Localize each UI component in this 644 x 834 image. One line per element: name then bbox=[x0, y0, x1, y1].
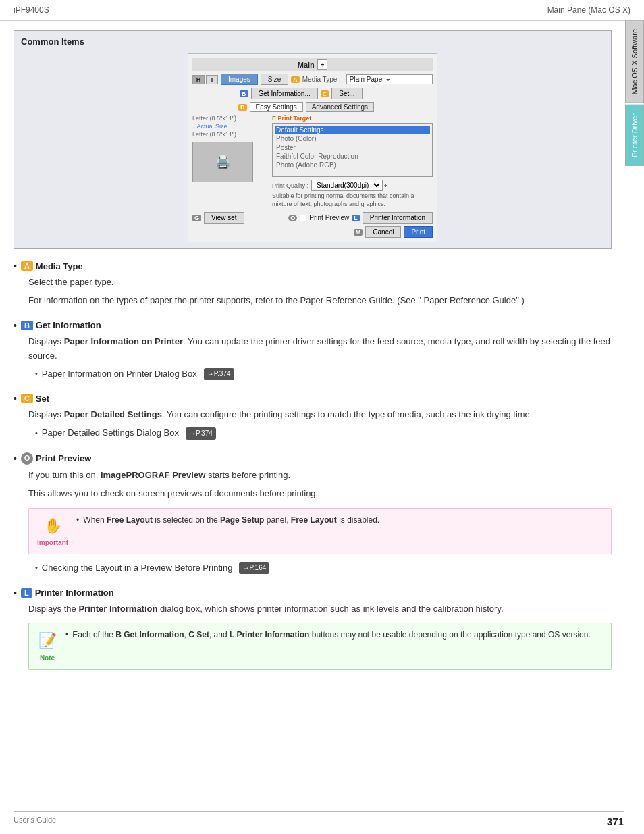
note-content: • Each of the B Get Information, C Set, … bbox=[65, 629, 591, 641]
easy-settings-tab[interactable]: Easy Settings bbox=[250, 102, 303, 112]
section-o-body: If you turn this on, imagePROGRAF Previe… bbox=[14, 469, 612, 575]
page-footer: User's Guide 371 bbox=[14, 811, 624, 827]
section-l-heading: • L Printer Information bbox=[14, 588, 612, 598]
dialog-body: Letter (8.5"x11") ↓ Actual Size Letter (… bbox=[192, 115, 433, 208]
media-type-label-small: Media Type : bbox=[302, 76, 341, 83]
printer-info-btn-small[interactable]: Printer Information bbox=[363, 212, 433, 224]
dialog-footer-left: G View set bbox=[192, 212, 244, 224]
dialog-bottom-buttons: M Cancel Print bbox=[192, 226, 433, 238]
sub-link-b1[interactable]: →P.374 bbox=[204, 368, 234, 380]
dialog-left-panel: Letter (8.5"x11") ↓ Actual Size Letter (… bbox=[192, 115, 267, 208]
important-item1: • When Free Layout is selected on the Pa… bbox=[76, 514, 379, 526]
note-bullet: • bbox=[65, 629, 68, 641]
print-quality-row: Print Quality : Standard(300dpi) ÷ bbox=[272, 180, 433, 191]
badge-o-small: O bbox=[288, 215, 297, 221]
section-a-para1: Select the paper type. bbox=[28, 276, 612, 290]
header-left: iPF9400S bbox=[14, 5, 49, 15]
print-target-adobe-rgb[interactable]: Photo (Adobe RGB) bbox=[275, 161, 430, 170]
print-target-faithful[interactable]: Faithful Color Reproduction bbox=[275, 152, 430, 161]
sidebar-tab-printer-driver[interactable]: Printer Driver bbox=[625, 105, 644, 166]
print-target-photo-color[interactable]: Photo (Color) bbox=[275, 134, 430, 143]
section-c-title: Set bbox=[36, 394, 49, 404]
sub-text-b1: Paper Information on Printer Dialog Box bbox=[42, 367, 197, 382]
print-preview-checkbox[interactable] bbox=[300, 215, 306, 221]
important-note-icon-area: ✋ Important bbox=[37, 514, 68, 548]
section-media-type: • A Media Type Select the paper type. Fo… bbox=[14, 261, 612, 308]
section-b-sub1: • Paper Information on Printer Dialog Bo… bbox=[35, 367, 612, 382]
footer-left: User's Guide bbox=[14, 816, 56, 827]
badge-d-small: D bbox=[238, 104, 247, 111]
print-quality-select[interactable]: Standard(300dpi) bbox=[311, 180, 383, 191]
sub-text-o1: Checking the Layout in a Preview Before … bbox=[42, 561, 233, 575]
badge-l: L bbox=[21, 588, 32, 598]
section-b-title: Get Information bbox=[36, 320, 101, 330]
section-a-title: Media Type bbox=[36, 261, 83, 271]
media-type-select[interactable]: Plain Paper ÷ bbox=[346, 74, 433, 84]
header-right: Main Pane (Mac OS X) bbox=[547, 5, 630, 15]
sub-bullet-c1: • bbox=[35, 427, 38, 440]
print-preview-label-small: Print Preview bbox=[309, 214, 349, 221]
print-target-poster[interactable]: Poster bbox=[275, 143, 430, 152]
badge-b-small: B bbox=[240, 90, 248, 97]
section-o-sub1: • Checking the Layout in a Preview Befor… bbox=[35, 561, 612, 575]
size-tab[interactable]: Size bbox=[261, 74, 288, 85]
section-c-para1: Displays Paper Detailed Settings. You ca… bbox=[28, 408, 612, 422]
note-item1: • Each of the B Get Information, C Set, … bbox=[65, 629, 591, 641]
section-print-preview: • O Print Preview If you turn this on, i… bbox=[14, 452, 612, 575]
h-btn-h[interactable]: H bbox=[192, 75, 205, 84]
settings-tabs-row: D Easy Settings Advanced Settings bbox=[238, 102, 433, 112]
section-a-body: Select the paper type. For information o… bbox=[14, 276, 612, 308]
advanced-settings-tab[interactable]: Advanced Settings bbox=[306, 102, 374, 112]
get-information-btn-small[interactable]: Get Information... bbox=[251, 88, 318, 99]
cancel-btn-small[interactable]: Cancel bbox=[365, 226, 401, 238]
common-items-title: Common Items bbox=[21, 36, 604, 47]
dialog-title-select[interactable]: ÷ bbox=[317, 59, 328, 70]
print-target-section: E Print Target Default Settings Photo (C… bbox=[272, 115, 433, 177]
bullet-o: • bbox=[14, 453, 17, 464]
important-note-box: ✋ Important • When Free Layout is select… bbox=[28, 508, 612, 554]
important-bullet: • bbox=[76, 514, 79, 526]
sidebar-tab-mac-os-x[interactable]: Mac OS X Software bbox=[625, 20, 644, 103]
images-tab[interactable]: Images bbox=[221, 74, 258, 85]
sub-text-c1: Paper Detailed Settings Dialog Box bbox=[42, 426, 179, 440]
printer-image: 🖨️ bbox=[192, 142, 253, 182]
section-b-body: Displays Paper Information on Printer. Y… bbox=[14, 335, 612, 381]
sub-link-c1[interactable]: →P.374 bbox=[186, 427, 216, 440]
badge-a: A bbox=[21, 261, 33, 271]
important-icon: ✋ bbox=[37, 514, 68, 538]
h-btn-i[interactable]: I bbox=[206, 75, 218, 84]
get-info-row: B Get Information... C Set... bbox=[240, 88, 433, 99]
bullet-l: • bbox=[14, 588, 17, 598]
important-text1: When Free Layout is selected on the Page… bbox=[83, 514, 379, 526]
print-target-label-small: E Print Target bbox=[272, 115, 433, 122]
note-label: Note bbox=[37, 653, 57, 664]
sub-bullet-o1: • bbox=[35, 562, 38, 574]
dialog-title-bar: Main ÷ bbox=[192, 58, 433, 71]
dialog-title: Main bbox=[298, 61, 315, 69]
set-btn-small[interactable]: Set... bbox=[331, 88, 362, 99]
main-content: Common Items Main ÷ H I Images Size A Me… bbox=[0, 21, 625, 709]
sub-link-o1[interactable]: →P.164 bbox=[239, 562, 269, 574]
section-o-para2: This allows you to check on-screen previ… bbox=[28, 487, 612, 501]
section-c-sub1: • Paper Detailed Settings Dialog Box →P.… bbox=[35, 426, 612, 440]
badge-g-small: G bbox=[192, 215, 201, 221]
note-icon-area: 📝 Note bbox=[37, 629, 57, 663]
section-get-information: • B Get Information Displays Paper Infor… bbox=[14, 320, 612, 381]
common-items-box: Common Items Main ÷ H I Images Size A Me… bbox=[14, 30, 612, 249]
select-arrow: ÷ bbox=[384, 182, 387, 189]
badge-c-small: C bbox=[321, 90, 329, 97]
print-btn-small[interactable]: Print bbox=[404, 226, 433, 238]
badge-a-small: A bbox=[291, 76, 300, 83]
h-buttons: H I bbox=[192, 75, 218, 84]
section-l-body: Displays the Printer Information dialog … bbox=[14, 602, 612, 670]
section-c-body: Displays Paper Detailed Settings. You ca… bbox=[14, 408, 612, 440]
paper-size-label2: Letter (8.5"x11") bbox=[192, 131, 267, 138]
section-o-para1: If you turn this on, imagePROGRAF Previe… bbox=[28, 469, 612, 483]
section-l-para1: Displays the Printer Information dialog … bbox=[28, 602, 612, 617]
section-media-type-heading: • A Media Type bbox=[14, 261, 612, 271]
view-set-btn[interactable]: View set bbox=[204, 212, 244, 224]
print-quality-label-small: Print Quality : bbox=[272, 182, 308, 189]
badge-b: B bbox=[21, 321, 33, 330]
sub-bullet-b1: • bbox=[35, 368, 38, 380]
print-target-default[interactable]: Default Settings bbox=[275, 126, 430, 134]
